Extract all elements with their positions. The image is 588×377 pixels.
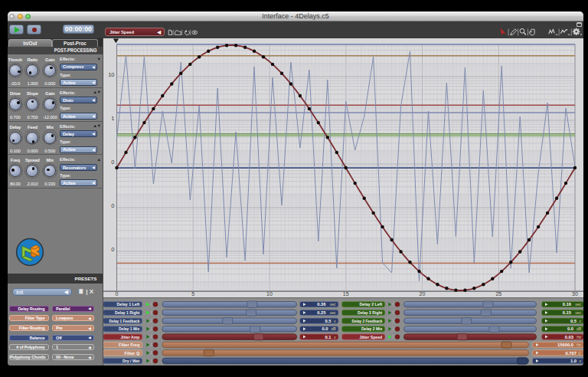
- svg-text:1: 1: [111, 115, 114, 122]
- svg-text:Delay 1 Right: Delay 1 Right: [115, 310, 139, 315]
- svg-text:Hz: Hz: [576, 335, 581, 339]
- svg-text:0: 0: [111, 159, 114, 166]
- svg-text:Delay 1 Feedback: Delay 1 Feedback: [109, 319, 140, 323]
- svg-text:0.25: 0.25: [317, 310, 326, 315]
- svg-text:0.36: 0.36: [317, 302, 326, 307]
- svg-text:sec: sec: [329, 302, 335, 307]
- svg-text:15000.0: 15000.0: [557, 343, 573, 347]
- svg-text:x: x: [578, 359, 581, 363]
- svg-text:Delay 2 Feedback: Delay 2 Feedback: [351, 319, 383, 323]
- svg-text:x: x: [333, 319, 336, 323]
- svg-text:15: 15: [342, 291, 348, 297]
- svg-text:Dry / Wet: Dry / Wet: [122, 359, 139, 363]
- svg-text:sec: sec: [329, 310, 335, 315]
- svg-text:0.16: 0.16: [562, 302, 571, 307]
- svg-text:0.5: 0.5: [325, 319, 332, 323]
- svg-text:10: 10: [266, 291, 273, 297]
- svg-text:Filter Q: Filter Q: [124, 351, 140, 356]
- svg-text:Delay 1 Mix: Delay 1 Mix: [119, 326, 140, 331]
- svg-text:Delay 2 Right: Delay 2 Right: [358, 310, 382, 315]
- svg-text:Delay 2 Left: Delay 2 Left: [359, 302, 382, 307]
- svg-text:x: x: [333, 335, 336, 339]
- svg-text:Jitter Speed: Jitter Speed: [359, 335, 382, 339]
- svg-text:0.707: 0.707: [565, 351, 577, 356]
- svg-text:5: 5: [191, 291, 194, 297]
- svg-text:0: 0: [115, 291, 118, 297]
- svg-text:1.0: 1.0: [570, 359, 576, 363]
- svg-text:0.0: 0.0: [567, 326, 573, 331]
- svg-text:10: 10: [108, 71, 114, 78]
- svg-text:dB: dB: [331, 326, 336, 331]
- svg-text:x: x: [578, 319, 581, 323]
- svg-text:sec: sec: [575, 310, 581, 315]
- svg-text:20: 20: [419, 291, 425, 297]
- svg-text:Delay 2 Mix: Delay 2 Mix: [361, 326, 383, 331]
- svg-text:sec: sec: [575, 302, 581, 307]
- svg-text:0: 0: [111, 202, 114, 209]
- svg-text:Q: Q: [578, 351, 581, 356]
- svg-text:0.0: 0.0: [322, 326, 328, 331]
- svg-text:Filter Freq: Filter Freq: [119, 343, 139, 347]
- svg-text:0.03: 0.03: [564, 335, 573, 339]
- svg-text:Jitter Amp: Jitter Amp: [120, 335, 139, 339]
- svg-text:0.5: 0.5: [570, 319, 577, 323]
- svg-text:25: 25: [495, 291, 501, 297]
- svg-text:0.1: 0.1: [325, 335, 332, 339]
- svg-text:0: 0: [111, 246, 114, 253]
- svg-text:dB: dB: [576, 326, 581, 331]
- svg-text:Delay 1 Left: Delay 1 Left: [116, 302, 139, 307]
- svg-text:Hz: Hz: [576, 343, 581, 347]
- svg-text:30: 30: [572, 291, 578, 297]
- svg-text:0.15: 0.15: [562, 310, 571, 315]
